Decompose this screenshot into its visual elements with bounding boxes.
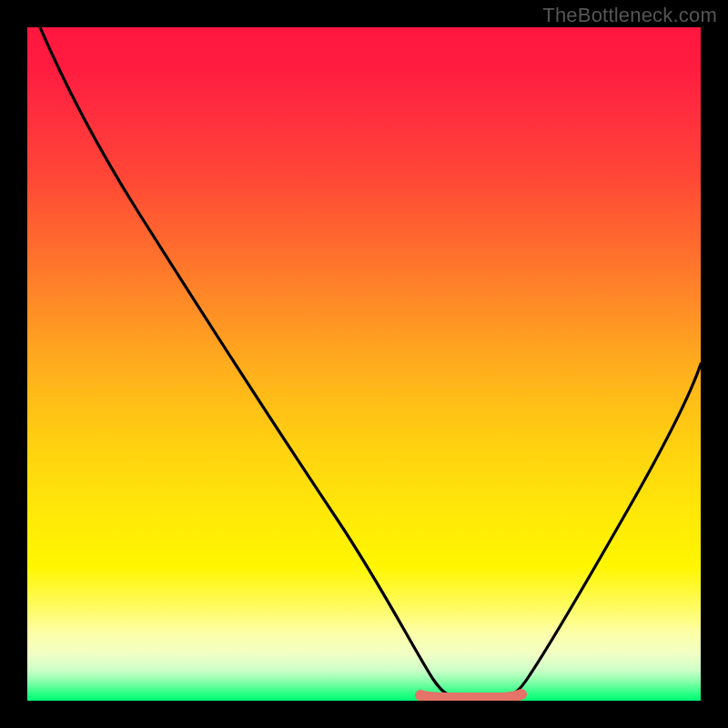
curve-layer xyxy=(27,27,701,701)
plot-area xyxy=(27,27,701,701)
chart-container: TheBottleneck.com xyxy=(0,0,728,728)
watermark-text: TheBottleneck.com xyxy=(542,4,717,27)
bottleneck-curve xyxy=(40,27,701,697)
valley-band xyxy=(420,694,521,698)
